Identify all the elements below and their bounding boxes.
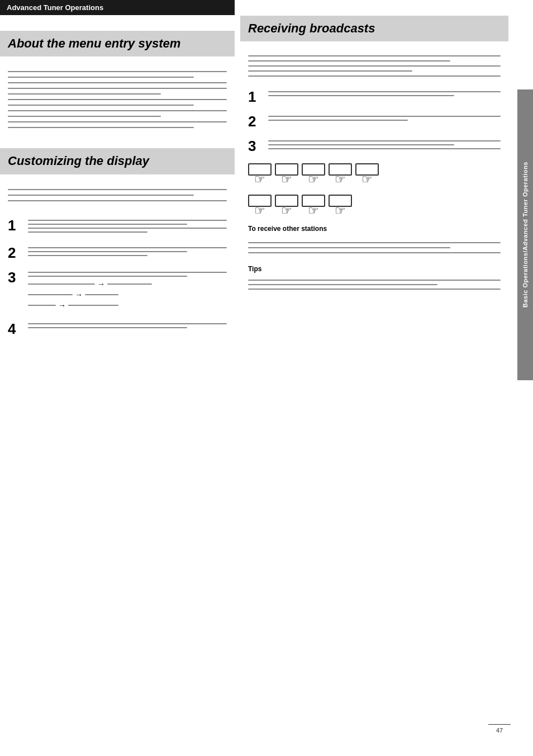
text-line xyxy=(248,75,501,77)
left-step-2: 2 xyxy=(0,241,235,263)
text-line xyxy=(8,116,161,117)
text-line xyxy=(8,77,194,78)
btn-finger-2: ☞ xyxy=(275,163,298,186)
arrow-line-3: → xyxy=(28,301,227,310)
text-line xyxy=(248,55,501,56)
text-line xyxy=(268,95,454,96)
text-line xyxy=(28,231,147,233)
text-line xyxy=(8,195,194,196)
button-row-2: ☞ ☞ ☞ ☞ xyxy=(240,190,508,221)
text-line xyxy=(248,252,501,253)
btn-finger-4: ☞ xyxy=(329,195,352,217)
finger-icon: ☞ xyxy=(281,173,292,186)
btn-finger-3: ☞ xyxy=(302,163,325,186)
receiving-heading: Receiving broadcasts xyxy=(248,21,501,36)
text-line xyxy=(8,200,227,201)
text-line xyxy=(8,93,161,94)
button-row-1: ☞ ☞ ☞ ☞ ☞ xyxy=(240,159,508,190)
step-content xyxy=(265,113,501,124)
page-number: 47 xyxy=(488,724,511,734)
step-number: 4 xyxy=(8,322,25,336)
sidebar: Basic Operations/Advanced Tuner Operatio… xyxy=(517,89,533,380)
to-receive-body xyxy=(240,234,508,262)
btn-finger-5: ☞ xyxy=(355,163,379,186)
header-bar: Advanced Tuner Operations xyxy=(0,0,235,15)
btn-finger-4: ☞ xyxy=(329,163,352,186)
finger-icon: ☞ xyxy=(281,205,292,217)
right-column: Receiving broadcasts 1 2 xyxy=(240,0,508,295)
text-line xyxy=(268,120,408,121)
step-number: 1 xyxy=(248,89,265,104)
text-line xyxy=(28,272,227,273)
finger-icon: ☞ xyxy=(308,173,319,186)
text-line xyxy=(268,140,501,141)
tips-line xyxy=(248,289,501,290)
sidebar-text: Basic Operations/Advanced Tuner Operatio… xyxy=(522,162,529,308)
text-line xyxy=(8,71,227,72)
finger-icon: ☞ xyxy=(308,205,319,217)
btn-finger-1: ☞ xyxy=(248,163,272,186)
text-line xyxy=(268,144,454,145)
text-line xyxy=(28,323,227,324)
finger-icon: ☞ xyxy=(361,173,373,186)
text-line xyxy=(268,116,501,117)
arrow-seg xyxy=(28,305,56,306)
arrow-seg xyxy=(85,294,118,295)
arrow-seg xyxy=(107,284,152,285)
tips-line xyxy=(248,284,437,285)
finger-icon: ☞ xyxy=(254,173,265,186)
receiving-section: Receiving broadcasts 1 2 xyxy=(240,16,508,295)
receiving-body-text xyxy=(240,47,508,85)
text-line xyxy=(248,242,501,243)
arrow-line-1: → xyxy=(28,280,227,289)
text-line xyxy=(28,327,187,328)
step-number: 3 xyxy=(248,139,265,153)
arrow-line-2: → xyxy=(28,290,227,299)
left-step-4: 4 xyxy=(0,317,235,339)
text-line xyxy=(28,255,147,256)
btn-finger-3: ☞ xyxy=(302,195,325,217)
text-line xyxy=(248,247,450,248)
text-line xyxy=(268,91,501,92)
customizing-body-text xyxy=(0,180,235,210)
btn-finger-2: ☞ xyxy=(275,195,298,217)
text-line xyxy=(28,228,227,229)
right-step-1: 1 xyxy=(240,85,508,107)
to-receive-heading: To receive other stations xyxy=(240,221,508,234)
text-line xyxy=(28,224,187,225)
customizing-heading-box: Customizing the display xyxy=(0,148,235,174)
right-step-3: 3 xyxy=(240,134,508,157)
text-line xyxy=(8,127,194,128)
text-line xyxy=(248,65,501,67)
finger-icon: ☞ xyxy=(335,205,346,217)
text-line xyxy=(8,82,227,83)
right-step-2: 2 xyxy=(240,110,508,132)
left-column: Advanced Tuner Operations About the menu… xyxy=(0,0,235,342)
step-content xyxy=(25,320,227,331)
arrow-seg xyxy=(68,305,118,306)
header-title: Advanced Tuner Operations xyxy=(7,3,103,12)
tips-body xyxy=(240,274,508,295)
text-line xyxy=(8,189,227,190)
arrow-seg xyxy=(28,294,73,295)
arrow-icon: → xyxy=(97,280,105,289)
finger-icon: ☞ xyxy=(335,173,346,186)
text-line xyxy=(248,70,412,72)
text-line xyxy=(8,121,227,122)
step-content xyxy=(265,88,501,99)
step-number: 2 xyxy=(248,114,265,129)
left-step-1: 1 xyxy=(0,214,235,239)
tips-label: Tips xyxy=(248,265,261,273)
receiving-heading-box: Receiving broadcasts xyxy=(240,16,508,41)
text-line xyxy=(28,220,227,221)
arrow-seg xyxy=(28,284,95,285)
step-content xyxy=(265,138,501,152)
left-step-3: 3 → → → xyxy=(0,266,235,315)
about-heading-box: About the menu entry system xyxy=(0,31,235,56)
arrow-icon: → xyxy=(58,301,66,310)
to-receive-label: To receive other stations xyxy=(248,225,327,233)
about-section: About the menu entry system xyxy=(0,31,235,137)
about-body-text xyxy=(0,62,235,137)
text-line xyxy=(8,88,227,89)
finger-icon: ☞ xyxy=(254,205,265,217)
